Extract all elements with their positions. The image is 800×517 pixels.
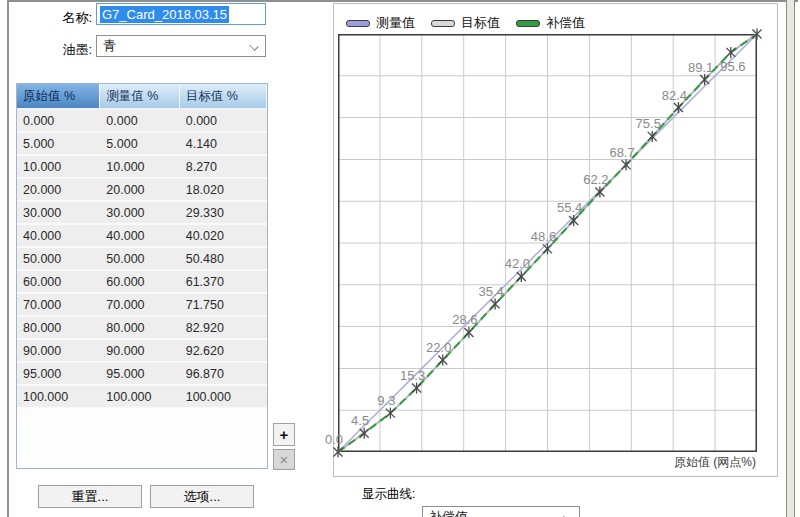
svg-text:42.0: 42.0 [505, 256, 530, 271]
table-cell[interactable]: 40.020 [180, 225, 267, 246]
table-cell[interactable]: 95.000 [100, 363, 179, 384]
curve-chart: 0.04.59.315.322.028.635.442.048.655.462.… [338, 34, 757, 452]
display-curve-label: 显示曲线: [362, 486, 415, 503]
legend-label: 补偿值 [546, 14, 585, 32]
legend-label: 测量值 [376, 14, 415, 32]
table-cell[interactable]: 50.480 [180, 248, 267, 269]
chevron-down-icon [250, 43, 258, 51]
table-row[interactable]: 50.00050.00050.480 [17, 248, 267, 271]
table-cell[interactable]: 61.370 [180, 271, 267, 292]
table-row[interactable]: 90.00090.00092.620 [17, 340, 267, 363]
table-header-row: 原始值 % 测量值 % 目标值 % [17, 84, 267, 110]
table-cell[interactable]: 29.330 [180, 202, 267, 223]
table-cell[interactable]: 5.000 [17, 133, 100, 154]
ink-label: 油墨: [32, 41, 92, 59]
legend-item: 测量值 [346, 14, 415, 32]
table-cell[interactable]: 60.000 [100, 271, 179, 292]
display-curve-value: 补偿值 [429, 508, 468, 517]
chart-panel: 测量值目标值补偿值 0.04.59.315.322.028.635.442.04… [333, 3, 778, 477]
table-cell[interactable]: 100.000 [17, 386, 100, 407]
svg-text:9.3: 9.3 [377, 393, 395, 408]
svg-text:22.0: 22.0 [426, 340, 451, 355]
svg-text:15.3: 15.3 [400, 368, 425, 383]
table-cell[interactable]: 80.000 [17, 317, 100, 338]
table-cell[interactable]: 90.000 [100, 340, 179, 361]
table-cell[interactable]: 96.870 [180, 363, 267, 384]
svg-text:28.6: 28.6 [452, 312, 477, 327]
svg-text:62.2: 62.2 [583, 172, 608, 187]
delete-row-button[interactable]: × [273, 449, 295, 470]
table-cell[interactable]: 71.750 [180, 294, 267, 315]
table-cell[interactable]: 0.000 [100, 110, 179, 131]
table-cell[interactable]: 50.000 [100, 248, 179, 269]
table-row[interactable]: 40.00040.00040.020 [17, 225, 267, 248]
table-cell[interactable]: 40.000 [17, 225, 100, 246]
table-row[interactable]: 20.00020.00018.020 [17, 179, 267, 202]
table-cell[interactable]: 90.000 [17, 340, 100, 361]
table-cell[interactable]: 5.000 [100, 133, 179, 154]
table-row[interactable]: 80.00080.00082.920 [17, 317, 267, 340]
svg-text:95.6: 95.6 [720, 59, 745, 74]
ink-select-value: 青 [103, 37, 116, 55]
table-cell[interactable]: 60.000 [17, 271, 100, 292]
table-row[interactable]: 70.00070.00071.750 [17, 294, 267, 317]
table-cell[interactable]: 70.000 [17, 294, 100, 315]
table-cell[interactable]: 10.000 [100, 156, 179, 177]
table-cell[interactable]: 30.000 [100, 202, 179, 223]
chart-legend: 测量值目标值补偿值 [346, 14, 585, 32]
table-cell[interactable]: 18.020 [180, 179, 267, 200]
table-cell[interactable]: 92.620 [180, 340, 267, 361]
table-cell[interactable]: 20.000 [100, 179, 179, 200]
table-cell[interactable]: 100.000 [100, 386, 179, 407]
table-cell[interactable]: 100.000 [180, 386, 267, 407]
table-cell[interactable]: 40.000 [100, 225, 179, 246]
table-cell[interactable]: 8.270 [180, 156, 267, 177]
options-button[interactable]: 选项... [150, 485, 254, 508]
x-axis-label: 原始值 (网点%) [584, 454, 756, 471]
column-header-target[interactable]: 目标值 % [180, 84, 267, 110]
name-label: 名称: [32, 9, 92, 27]
legend-swatch-icon [346, 20, 370, 27]
name-input[interactable]: G7_Card_2018.03.15 [96, 3, 266, 25]
svg-text:89.1: 89.1 [688, 60, 713, 75]
table-cell[interactable]: 20.000 [17, 179, 100, 200]
ink-select[interactable]: 青 [96, 35, 266, 57]
legend-item: 补偿值 [516, 14, 585, 32]
svg-text:4.5: 4.5 [351, 413, 369, 428]
legend-swatch-icon [431, 20, 455, 27]
table-row[interactable]: 5.0005.0004.140 [17, 133, 267, 156]
table-row[interactable]: 0.0000.0000.000 [17, 110, 267, 133]
table-row[interactable]: 100.000100.000100.000 [17, 386, 267, 409]
add-row-button[interactable]: + [273, 423, 295, 446]
table-body: 0.0000.0000.0005.0005.0004.14010.00010.0… [17, 110, 267, 409]
column-header-measured[interactable]: 测量值 % [100, 84, 179, 110]
table-cell[interactable]: 0.000 [17, 110, 100, 131]
table-row[interactable]: 10.00010.0008.270 [17, 156, 267, 179]
svg-text:0.0: 0.0 [325, 432, 343, 447]
table-row[interactable]: 95.00095.00096.870 [17, 363, 267, 386]
table-cell[interactable]: 4.140 [180, 133, 267, 154]
table-cell[interactable]: 95.000 [17, 363, 100, 384]
window-splitter[interactable] [786, 0, 795, 517]
table-cell[interactable]: 30.000 [17, 202, 100, 223]
table-cell[interactable]: 10.000 [17, 156, 100, 177]
table-cell[interactable]: 80.000 [100, 317, 179, 338]
table-empty-area [17, 409, 267, 468]
legend-label: 目标值 [461, 14, 500, 32]
column-header-original[interactable]: 原始值 % [17, 84, 100, 110]
display-curve-select[interactable]: 补偿值 [422, 506, 580, 517]
svg-text:68.7: 68.7 [609, 145, 634, 160]
table-row[interactable]: 60.00060.00061.370 [17, 271, 267, 294]
svg-text:48.6: 48.6 [531, 229, 556, 244]
name-input-selected-text: G7_Card_2018.03.15 [100, 6, 229, 23]
window-top-border [8, 0, 798, 2]
legend-swatch-icon [516, 20, 540, 27]
table-row[interactable]: 30.00030.00029.330 [17, 202, 267, 225]
table-cell[interactable]: 82.920 [180, 317, 267, 338]
table-cell[interactable]: 0.000 [180, 110, 267, 131]
table-cell[interactable]: 50.000 [17, 248, 100, 269]
table-cell[interactable]: 70.000 [100, 294, 179, 315]
reset-button[interactable]: 重置... [38, 485, 142, 508]
window-left-border [7, 0, 9, 517]
values-table: 原始值 % 测量值 % 目标值 % 0.0000.0000.0005.0005.… [16, 83, 268, 469]
